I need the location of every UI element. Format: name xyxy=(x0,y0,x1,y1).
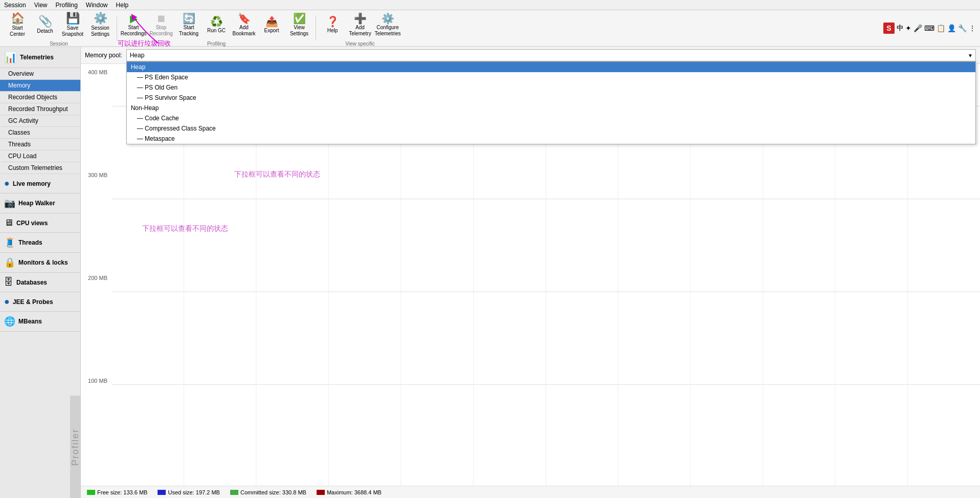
sidebar-item-threads-sub[interactable]: Threads xyxy=(0,139,80,150)
sidebar-mbeans[interactable]: 🌐 MBeans xyxy=(0,312,80,332)
dropdown-item-heap[interactable]: Heap xyxy=(127,62,975,72)
bookmark-icon: 🔖 xyxy=(238,13,251,24)
separator-2 xyxy=(316,16,316,40)
dropdown-item-metaspace[interactable]: — Metaspace xyxy=(127,134,975,144)
sidebar-cpu-views[interactable]: 🖥 CPU views xyxy=(0,213,80,233)
y-label-300: 300 MB xyxy=(81,172,112,178)
user-icon[interactable]: 👤 xyxy=(947,24,956,32)
settings-icon: ⚙️ xyxy=(94,13,107,24)
legend-free-label: Free size: 133.6 MB xyxy=(97,489,147,495)
sidebar-item-overview[interactable]: Overview xyxy=(0,68,80,80)
memory-pool-selector[interactable]: Heap ▼ Heap — PS Eden Space — PS Old Gen… xyxy=(126,49,976,61)
session-group-label: Session xyxy=(50,41,68,47)
sidebar-live-memory[interactable]: ● Live memory xyxy=(0,174,80,193)
sidebar-item-custom-telemetries[interactable]: Custom Telemetries xyxy=(0,162,80,174)
export-icon: 📤 xyxy=(265,16,278,27)
profiling-group-label: Profiling xyxy=(207,41,226,47)
sidebar-item-cpu-load[interactable]: CPU Load xyxy=(0,150,80,162)
databases-icon: 🗄 xyxy=(4,277,13,288)
detach-button[interactable]: 📎 Detach xyxy=(32,10,58,40)
content-area: Memory pool: Heap ▼ Heap — PS Eden Space… xyxy=(81,47,980,498)
menu-view[interactable]: View xyxy=(34,2,48,9)
y-axis: 400 MB 300 MB 200 MB 100 MB xyxy=(81,64,112,486)
legend-free-color xyxy=(87,490,95,495)
keyboard-icon[interactable]: ⌨ xyxy=(924,24,934,32)
threads-icon: 🧵 xyxy=(4,237,15,248)
grid-icon[interactable]: ⋮ xyxy=(969,24,976,32)
dropdown-item-ps-old[interactable]: — PS Old Gen xyxy=(127,82,975,93)
telemetries-label: Telemetries xyxy=(20,54,54,61)
sidebar: 📊 Telemetries Overview Memory Recorded O… xyxy=(0,47,81,498)
clipboard-icon[interactable]: 📋 xyxy=(937,24,945,32)
jee-icon: ● xyxy=(4,296,10,307)
session-settings-button[interactable]: ⚙️ Session Settings xyxy=(87,10,114,40)
y-label-200: 200 MB xyxy=(81,275,112,281)
menu-help[interactable]: Help xyxy=(116,2,129,9)
sidebar-item-classes[interactable]: Classes xyxy=(0,127,80,139)
legend-used-label: Used size: 197.2 MB xyxy=(168,489,220,495)
toolbar: 🏠 Start Center 📎 Detach 💾 Save Snapshot … xyxy=(0,10,980,47)
memory-pool-select[interactable]: Heap xyxy=(126,49,976,61)
start-center-button[interactable]: 🏠 Start Center xyxy=(4,10,31,40)
tracking-icon: 🔄 xyxy=(183,13,195,24)
memory-pool-bar: Memory pool: Heap ▼ Heap — PS Eden Space… xyxy=(81,47,980,64)
dropdown-item-non-heap[interactable]: Non-Heap xyxy=(127,103,975,113)
legend-maximum-label: Maximum: 3688.4 MB xyxy=(327,489,382,495)
dropdown-item-compressed[interactable]: — Compressed Class Space xyxy=(127,123,975,134)
legend-bar: Free size: 133.6 MB Used size: 197.2 MB … xyxy=(81,486,980,498)
jee-probes-label: JEE & Probes xyxy=(13,298,53,306)
home-icon: 🏠 xyxy=(11,13,25,24)
view-settings-icon: ✅ xyxy=(293,13,306,24)
save-snapshot-button[interactable]: 💾 Save Snapshot xyxy=(59,10,86,40)
mbeans-label: MBeans xyxy=(18,318,42,325)
sidebar-telemetries-header[interactable]: 📊 Telemetries xyxy=(0,47,80,68)
brand-text: 中 xyxy=(897,24,903,33)
dropdown-item-ps-survivor[interactable]: — PS Survivor Space xyxy=(127,93,975,103)
memory-pool-dropdown[interactable]: Heap — PS Eden Space — PS Old Gen — PS S… xyxy=(126,61,976,144)
sidebar-item-recorded-objects[interactable]: Recorded Objects xyxy=(0,92,80,103)
sidebar-threads[interactable]: 🧵 Threads xyxy=(0,233,80,253)
dropdown-item-code-cache[interactable]: — Code Cache xyxy=(127,113,975,123)
view-settings-button[interactable]: ✅ View Settings xyxy=(286,10,313,40)
mbeans-icon: 🌐 xyxy=(4,316,15,327)
dropdown-item-ps-eden[interactable]: — PS Eden Space xyxy=(127,72,975,82)
legend-free: Free size: 133.6 MB xyxy=(87,489,147,495)
add-icon: ➕ xyxy=(354,13,367,24)
sidebar-item-gc-activity[interactable]: GC Activity xyxy=(0,115,80,127)
sidebar-item-memory[interactable]: Memory xyxy=(0,80,80,92)
topright-icons: S 中 ✦ 🎤 ⌨ 📋 👤 🔧 ⋮ xyxy=(883,23,976,34)
sidebar-heap-walker[interactable]: 📷 Heap Walker xyxy=(0,193,80,213)
live-memory-label: Live memory xyxy=(13,180,51,187)
heap-walker-icon: 📷 xyxy=(4,198,15,209)
star-icon[interactable]: ✦ xyxy=(905,24,911,32)
databases-label: Databases xyxy=(16,279,47,286)
configure-telemetries-button[interactable]: ⚙️ Configure Telemetries xyxy=(374,10,401,40)
stop-recording-button[interactable]: ⏹ Stop Recording xyxy=(148,10,174,40)
sidebar-databases[interactable]: 🗄 Databases xyxy=(0,273,80,292)
menu-profiling[interactable]: Profiling xyxy=(56,2,78,9)
legend-used-color xyxy=(158,490,166,495)
help-button[interactable]: ❓ Help xyxy=(319,10,346,40)
add-telemetry-button[interactable]: ➕ Add Telemetry xyxy=(347,10,373,40)
export-button[interactable]: 📤 Export xyxy=(258,10,285,40)
y-label-100: 100 MB xyxy=(81,378,112,384)
legend-committed-color xyxy=(230,490,238,495)
sidebar-jee-probes[interactable]: ● JEE & Probes xyxy=(0,292,80,312)
toolbar-group-profiling: ▶ Start Recordings ⏹ Stop Recording 🔄 St… xyxy=(120,10,313,47)
configure-icon: ⚙️ xyxy=(382,13,394,24)
main-layout: 📊 Telemetries Overview Memory Recorded O… xyxy=(0,47,980,498)
save-icon: 💾 xyxy=(66,13,80,24)
menu-window[interactable]: Window xyxy=(86,2,108,9)
menu-session[interactable]: Session xyxy=(4,2,26,9)
mic-icon[interactable]: 🎤 xyxy=(914,24,922,32)
run-gc-button[interactable]: ♻️ Run GC xyxy=(203,10,230,40)
sidebar-monitors-locks[interactable]: 🔒 Monitors & locks xyxy=(0,253,80,273)
start-recordings-button[interactable]: ▶ Start Recordings xyxy=(120,10,147,40)
start-tracking-button[interactable]: 🔄 Start Tracking xyxy=(175,10,202,40)
wrench-icon[interactable]: 🔧 xyxy=(958,24,967,32)
sidebar-item-recorded-throughput[interactable]: Recorded Throughput xyxy=(0,103,80,115)
detach-icon: 📎 xyxy=(38,16,52,27)
live-memory-icon: ● xyxy=(4,178,10,189)
monitors-locks-label: Monitors & locks xyxy=(18,259,68,266)
add-bookmark-button[interactable]: 🔖 Add Bookmark xyxy=(231,10,257,40)
